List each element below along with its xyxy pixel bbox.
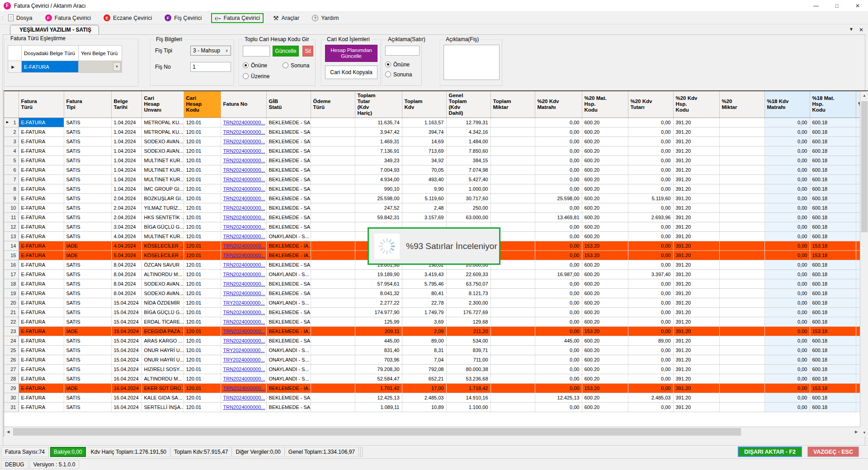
cell-odeme[interactable] xyxy=(311,355,355,364)
cell-m18[interactable]: 0,00 xyxy=(764,193,810,203)
cell-m20[interactable]: 0,00 xyxy=(535,298,582,307)
cell-hk20[interactable]: 391.20 xyxy=(673,279,719,288)
cell-tutar[interactable]: 990,10 xyxy=(355,184,402,193)
cell-genel[interactable]: 22.609,33 xyxy=(446,269,491,279)
cell-kdv[interactable]: 652,21 xyxy=(402,374,446,383)
cell-h18[interactable]: 600.18 xyxy=(810,345,856,355)
cell-mik20[interactable] xyxy=(719,374,764,383)
cell-hk20[interactable]: 391.20 xyxy=(673,127,719,136)
cell-kod[interactable]: 120.01 xyxy=(184,155,221,165)
cell-unvan[interactable]: YILMAZ TURİZ... xyxy=(142,203,184,212)
cell-h18[interactable]: 600.18 xyxy=(810,165,856,174)
horizontal-scrollbar[interactable]: ◀ ▶ xyxy=(4,427,860,437)
cell-n[interactable]: 29 xyxy=(4,383,19,393)
col-header-gib[interactable]: GİB Statü xyxy=(266,91,311,118)
cell-tip[interactable]: SATIS xyxy=(64,393,111,402)
cell-m20[interactable]: 0,00 xyxy=(535,174,582,184)
cell-odeme[interactable] xyxy=(311,127,355,136)
cell-h20[interactable]: 600.20 xyxy=(582,184,628,193)
cell-unvan[interactable]: KÖSELECİLER ... xyxy=(142,250,184,260)
tab-close-icon[interactable]: ✕ xyxy=(859,27,863,33)
table-row[interactable]: 4E-FATURASATIS1.04.2024SODEXO AVAN...120… xyxy=(4,146,860,155)
cell-h18[interactable]: 600.18 xyxy=(810,260,856,269)
cell-mik20[interactable] xyxy=(719,212,764,222)
cell-kod[interactable]: 120.01 xyxy=(184,288,221,298)
cell-tutar[interactable]: 247,52 xyxy=(355,203,402,212)
cell-gib[interactable]: BEKLEMEDE - IA... xyxy=(266,326,311,336)
cell-tur[interactable]: E-FATURA xyxy=(19,402,64,412)
cell-hk20[interactable]: 391.20 xyxy=(673,250,719,260)
col-header-no[interactable]: Fatura No xyxy=(221,91,266,118)
cell-h20[interactable]: 600.20 xyxy=(582,174,628,184)
cell-kdv[interactable]: 9,90 xyxy=(402,184,446,193)
cell-tur[interactable]: E-FATURA xyxy=(19,336,64,345)
cell-miktar[interactable] xyxy=(491,118,535,127)
cell-tutar[interactable]: 4.934,00 xyxy=(355,174,402,184)
cell-n[interactable]: 3 xyxy=(4,136,19,146)
cell-unvan[interactable]: ERDAL TİCARE... xyxy=(142,317,184,326)
cell-unvan[interactable]: MULTINET KUR... xyxy=(142,231,184,241)
cell-kdv[interactable]: 17,00 xyxy=(402,383,446,393)
cell-t20[interactable]: 0,00 xyxy=(628,402,673,412)
cell-h18[interactable]: 600.18 xyxy=(810,393,856,402)
cell-odeme[interactable] xyxy=(311,383,355,393)
cell-kod[interactable]: 120.01 xyxy=(184,279,221,288)
cell-odeme[interactable] xyxy=(311,193,355,203)
cell-gib[interactable]: BEKLEMEDE - SA... xyxy=(266,260,311,269)
cell-kdv[interactable]: 34,92 xyxy=(402,155,446,165)
cell-h18[interactable]: 153.18 xyxy=(810,250,856,260)
fatura-no-link[interactable]: TRN2024000000... xyxy=(223,262,265,268)
fatura-no-link[interactable]: TRN2024000000... xyxy=(223,319,265,324)
fatura-no-link[interactable]: TRN2024000000... xyxy=(223,253,265,258)
cell-no[interactable]: TRY2024000000... xyxy=(221,345,266,355)
cell-h18[interactable]: 600.18 xyxy=(810,203,856,212)
cell-hk20[interactable]: 391.20 xyxy=(673,345,719,355)
horizontal-scroll-thumb[interactable] xyxy=(13,428,741,436)
cell-m18[interactable]: 0,00 xyxy=(764,231,810,241)
cell-h20[interactable]: 600.20 xyxy=(582,317,628,326)
cell-kdv[interactable]: 7,04 xyxy=(402,355,446,364)
cell-kod[interactable]: 120.01 xyxy=(184,402,221,412)
cell-no[interactable]: TRN2024000000... xyxy=(221,326,266,336)
cell-miktar[interactable] xyxy=(491,203,535,212)
cell-tutar[interactable]: 1.089,11 xyxy=(355,402,402,412)
cell-mik20[interactable] xyxy=(719,355,764,364)
fatura-no-link[interactable]: TRN2024000000... xyxy=(223,310,265,315)
cell-t20[interactable]: 0,00 xyxy=(628,222,673,231)
table-row[interactable]: 17E-FATURASATIS8.04.2024ALTINORDU M...12… xyxy=(4,269,860,279)
cell-tur[interactable]: E-FATURA xyxy=(19,203,64,212)
cell-h20[interactable]: 600.20 xyxy=(582,298,628,307)
col-header-miktar[interactable]: Toplam Miktar xyxy=(491,91,535,118)
cell-gib[interactable]: BEKLEMEDE - SA... xyxy=(266,317,311,326)
cell-gib[interactable]: BEKLEMEDE - SA... xyxy=(266,288,311,298)
cell-m20[interactable]: 0,00 xyxy=(535,222,582,231)
cell-tutar[interactable]: 703,96 xyxy=(355,355,402,364)
cell-tarih[interactable]: 15.04.2024 xyxy=(111,326,142,336)
cell-mik20[interactable] xyxy=(719,193,764,203)
cell-tip[interactable]: SATIS xyxy=(64,203,111,212)
col-header-m20[interactable]: %20 Kdv Matrahı xyxy=(535,91,582,118)
fatura-no-link[interactable]: TRN2024000000... xyxy=(223,404,265,410)
cell-odeme[interactable] xyxy=(311,184,355,193)
cell-tur[interactable]: E-FATURA xyxy=(19,136,64,146)
cell-odeme[interactable] xyxy=(311,212,355,222)
cell-n[interactable]: ►1 xyxy=(4,118,19,127)
cell-n[interactable]: 12 xyxy=(4,222,19,231)
cell-tip[interactable]: SATIS xyxy=(64,193,111,203)
cell-gib[interactable]: ONAYLANDI - S... xyxy=(266,298,311,307)
cell-mik20[interactable] xyxy=(719,383,764,393)
cell-genel[interactable]: 12.799,31 xyxy=(446,118,491,127)
cell-m18[interactable]: 0,00 xyxy=(764,279,810,288)
cell-m20[interactable]: 0,00 xyxy=(535,127,582,136)
cell-unvan[interactable]: METROPAL KU... xyxy=(142,118,184,127)
cell-tutar[interactable]: 79.208,30 xyxy=(355,364,402,374)
cell-n[interactable]: 11 xyxy=(4,212,19,222)
cell-tip[interactable]: SATIS xyxy=(64,355,111,364)
cell-t20[interactable]: 0,00 xyxy=(628,184,673,193)
cell-tur[interactable]: E-FATURA xyxy=(19,298,64,307)
cell-h20[interactable]: 600.20 xyxy=(582,288,628,298)
cell-kdv[interactable]: 792,08 xyxy=(402,364,446,374)
cell-kod[interactable]: 120.01 xyxy=(184,203,221,212)
cell-t20[interactable]: 0,00 xyxy=(628,298,673,307)
fatura-no-link[interactable]: TRN2024000000... xyxy=(223,367,265,372)
